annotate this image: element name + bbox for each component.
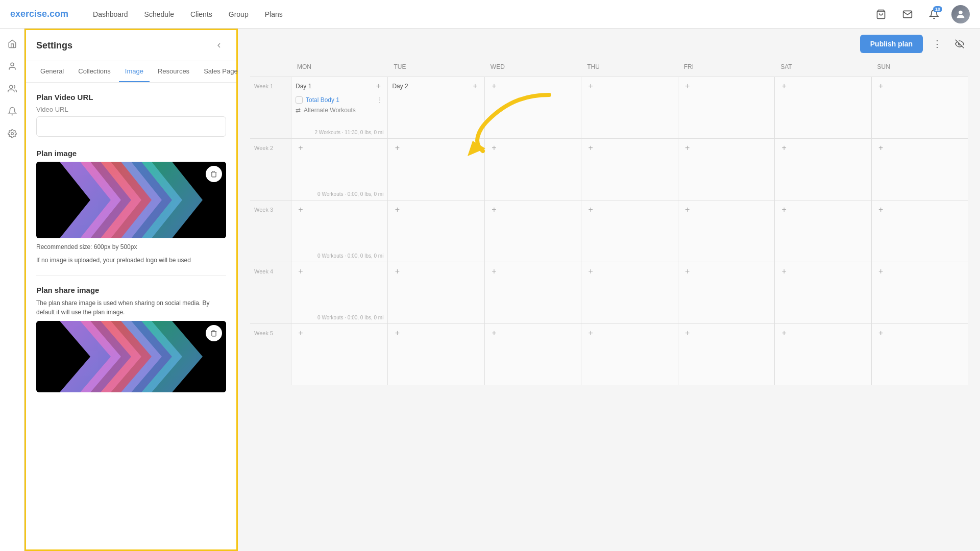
week5-day4-add-button[interactable]: + [585, 328, 596, 338]
tab-collections[interactable]: Collections [72, 61, 117, 82]
week-4-label: Week 4 [250, 262, 291, 323]
week1-day1-add-button[interactable]: + [373, 81, 383, 91]
calendar-toolbar: Publish plan ⋮ [238, 29, 980, 59]
week3-day2-add-button[interactable]: + [392, 205, 402, 215]
video-url-input[interactable] [36, 116, 226, 137]
week5-day2-add-button[interactable]: + [392, 328, 402, 338]
alternate-icon: ⇄ [296, 107, 301, 114]
week3-day3-add-button[interactable]: + [489, 205, 499, 215]
user-avatar[interactable] [951, 5, 970, 23]
svg-point-2 [11, 63, 14, 66]
week5-day7-add-button[interactable]: + [876, 328, 886, 338]
header-sun: SUN [871, 59, 968, 74]
week5-day7-cell: + [871, 324, 968, 385]
sidebar-group-icon[interactable] [3, 80, 21, 98]
week4-day1-add-button[interactable]: + [296, 266, 306, 277]
week5-day5-cell: + [678, 324, 774, 385]
week4-day2-add-button[interactable]: + [392, 266, 402, 277]
week3-day5-cell: + [678, 201, 774, 262]
week-3-label: Week 3 [250, 201, 291, 262]
sidebar-bell-icon[interactable] [3, 102, 21, 120]
header-wed: WED [484, 59, 581, 74]
plan-share-image [36, 321, 226, 392]
week5-day3-add-button[interactable]: + [489, 328, 499, 338]
workout-name[interactable]: Total Body 1 [306, 96, 339, 104]
sidebar-home-icon[interactable] [3, 35, 21, 53]
plan-image-delete-button[interactable] [206, 166, 222, 182]
week2-day4-add-button[interactable]: + [585, 143, 596, 153]
plan-share-image-desc: The plan share image is used when sharin… [36, 298, 226, 317]
header-tue: TUE [387, 59, 484, 74]
tab-general[interactable]: General [34, 61, 70, 82]
app-logo[interactable]: exercise.com [10, 9, 68, 19]
nav-plans[interactable]: Plans [265, 10, 283, 18]
week1-day5-add-button[interactable]: + [682, 81, 693, 91]
week1-day2-add-button[interactable]: + [470, 81, 480, 91]
week3-day7-add-button[interactable]: + [876, 205, 886, 215]
week2-day2-add-button[interactable]: + [392, 143, 402, 153]
week1-day7-add-button[interactable]: + [876, 81, 886, 91]
nav-group[interactable]: Group [229, 10, 249, 18]
week2-day6-add-button[interactable]: + [779, 143, 789, 153]
week2-day1-add-button[interactable]: + [296, 143, 306, 153]
tab-image[interactable]: Image [119, 61, 150, 82]
week2-day4-cell: + [581, 139, 677, 200]
svg-point-3 [9, 85, 12, 88]
publish-plan-button[interactable]: Publish plan [860, 35, 923, 53]
alternate-item: ⇄ Alternate Workouts [296, 106, 383, 115]
week-1-row: Week 1 Day 1 + Total Body 1 ⋮ ⇄ Alternat… [250, 77, 968, 138]
week3-day4-add-button[interactable]: + [585, 205, 596, 215]
mail-icon-button[interactable] [898, 5, 917, 23]
week-3-row: Week 3 + 0 Workouts · 0:00, 0 lbs, 0 mi … [250, 200, 968, 262]
week2-day2-cell: + [387, 139, 484, 200]
week4-day7-cell: + [871, 262, 968, 323]
tab-sales-page[interactable]: Sales Page [198, 61, 244, 82]
week5-day6-add-button[interactable]: + [779, 328, 789, 338]
week2-day5-add-button[interactable]: + [682, 143, 693, 153]
week4-day1-summary: 0 Workouts · 0:00, 0 lbs, 0 mi [317, 315, 383, 320]
settings-close-button[interactable] [212, 38, 226, 53]
nav-dashboard[interactable]: Dashboard [93, 10, 128, 18]
settings-tabs: General Collections Image Resources Sale… [26, 61, 236, 83]
sidebar-user-icon[interactable] [3, 57, 21, 76]
week-1-label: Week 1 [250, 77, 291, 138]
header-sat: SAT [774, 59, 871, 74]
week2-day7-add-button[interactable]: + [876, 143, 886, 153]
shop-icon-button[interactable] [872, 5, 890, 23]
week1-day2-header: Day 2 + [392, 81, 480, 91]
header-thu: THU [581, 59, 677, 74]
workout-more-button[interactable]: ⋮ [376, 96, 383, 104]
week1-day3-add-button[interactable]: + [489, 81, 499, 91]
tab-resources[interactable]: Resources [152, 61, 195, 82]
workout-checkbox[interactable] [296, 96, 303, 104]
week3-day1-add-button[interactable]: + [296, 205, 306, 215]
plan-video-url-title: Plan Video URL [36, 93, 226, 102]
week2-day6-cell: + [774, 139, 871, 200]
week5-day1-add-button[interactable]: + [296, 328, 306, 338]
week4-day5-add-button[interactable]: + [682, 266, 693, 277]
week5-day5-add-button[interactable]: + [682, 328, 693, 338]
week1-day4-add-button[interactable]: + [585, 81, 596, 91]
week1-day6-add-button[interactable]: + [779, 81, 789, 91]
week3-day3-cell: + [484, 201, 581, 262]
week2-day3-add-button[interactable]: + [489, 143, 499, 153]
more-options-button[interactable]: ⋮ [929, 36, 945, 52]
plan-image [36, 162, 226, 238]
week5-day3-cell: + [484, 324, 581, 385]
week4-day4-cell: + [581, 262, 677, 323]
nav-clients[interactable]: Clients [190, 10, 212, 18]
visibility-toggle-button[interactable] [951, 36, 968, 52]
svg-point-1 [959, 10, 962, 14]
sidebar-settings-icon[interactable] [3, 124, 21, 143]
share-image-delete-button[interactable] [206, 325, 222, 341]
week4-day3-add-button[interactable]: + [489, 266, 499, 277]
week4-day7-add-button[interactable]: + [876, 266, 886, 277]
week4-day4-add-button[interactable]: + [585, 266, 596, 277]
nav-schedule[interactable]: Schedule [144, 10, 174, 18]
week3-day6-add-button[interactable]: + [779, 205, 789, 215]
week1-day5-cell: + [678, 77, 774, 138]
notifications-icon-button[interactable]: 10 [925, 5, 943, 23]
notification-badge: 10 [933, 6, 942, 12]
week3-day5-add-button[interactable]: + [682, 205, 693, 215]
week4-day6-add-button[interactable]: + [779, 266, 789, 277]
